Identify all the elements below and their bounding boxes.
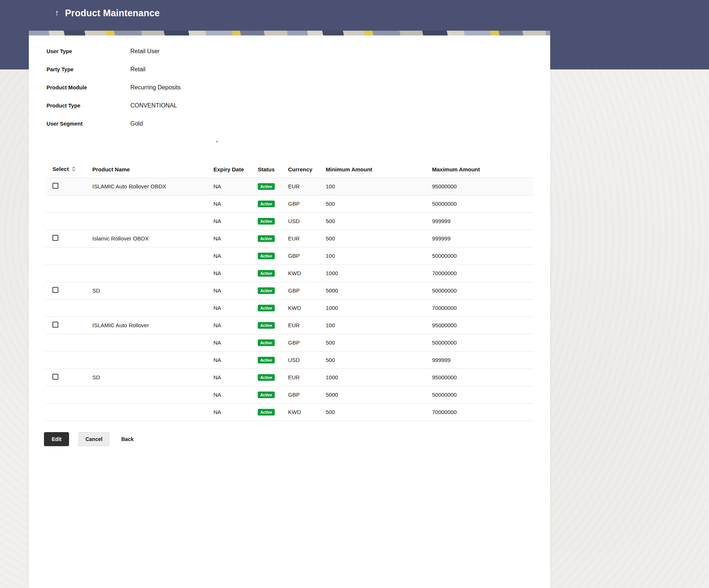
currency-cell: KWD <box>288 403 326 421</box>
currency-cell: KWD <box>288 299 326 317</box>
detail-row: User SegmentGold <box>47 120 550 139</box>
minimum-amount-cell: 100 <box>326 317 432 334</box>
status-badge: Active <box>258 270 275 277</box>
select-cell <box>46 178 92 195</box>
column-header-maximum-amount: Maximum Amount <box>432 161 533 178</box>
minimum-amount-cell: 100 <box>326 178 432 195</box>
select-cell <box>46 230 92 247</box>
table-row: SDNAActiveGBP500050000000 <box>46 282 533 299</box>
minimum-amount-cell: 1000 <box>326 264 432 282</box>
back-arrow-icon[interactable]: ↑ <box>52 8 62 18</box>
status-cell: Active <box>258 212 288 230</box>
maximum-amount-cell: 999999 <box>432 212 533 230</box>
status-badge: Active <box>258 201 275 208</box>
status-cell: Active <box>258 386 288 403</box>
product-name-cell <box>92 264 213 282</box>
table-row: NAActiveGBP50050000000 <box>46 334 533 351</box>
product-name-cell <box>92 247 213 264</box>
product-name-cell <box>92 351 213 369</box>
currency-cell: EUR <box>288 230 326 247</box>
product-name-cell: ISLAMIC Auto Rollover OBDX <box>92 178 213 195</box>
detail-value: Retail User <box>130 48 160 55</box>
expiry-date-cell: NA <box>213 369 258 386</box>
detail-label: User Type <box>47 48 130 54</box>
minimum-amount-cell: 500 <box>326 195 432 212</box>
row-select-checkbox[interactable] <box>52 183 58 189</box>
table-row: Islamic Rollover OBDXNAActiveEUR50099999… <box>46 230 533 247</box>
status-cell: Active <box>258 299 288 317</box>
expiry-date-cell: NA <box>213 264 258 282</box>
currency-cell: USD <box>288 351 326 369</box>
detail-value: CONVENTIONAL <box>130 102 177 109</box>
cancel-button[interactable]: Cancel <box>78 432 109 446</box>
table-row: NAActiveGBP50050000000 <box>46 195 533 212</box>
maximum-amount-cell: 95000000 <box>432 317 533 334</box>
edit-button[interactable]: Edit <box>44 432 69 446</box>
table-row: NAActiveKWD100070000000 <box>46 299 533 317</box>
back-button[interactable]: Back <box>116 433 138 446</box>
status-cell: Active <box>258 334 288 351</box>
table-row: SDNAActiveEUR100095000000 <box>46 369 533 386</box>
status-badge: Active <box>258 392 275 399</box>
row-select-checkbox[interactable] <box>52 287 58 293</box>
currency-cell: USD <box>288 212 326 230</box>
currency-cell: GBP <box>288 386 326 403</box>
table-row: NAActiveKWD100070000000 <box>46 264 533 282</box>
product-name-cell: SD <box>92 369 213 386</box>
maximum-amount-cell: 70000000 <box>432 299 533 317</box>
stray-dot: . <box>216 137 218 144</box>
select-cell <box>46 299 92 317</box>
currency-cell: GBP <box>288 195 326 212</box>
status-cell: Active <box>258 282 288 299</box>
column-header-select-label: Select <box>52 166 69 172</box>
product-name-cell: Islamic Rollover OBDX <box>92 230 213 247</box>
select-cell <box>46 403 92 421</box>
status-badge: Active <box>258 339 275 346</box>
detail-value: Recurring Deposits <box>130 84 181 91</box>
expiry-date-cell: NA <box>213 195 258 212</box>
maximum-amount-cell: 95000000 <box>432 369 533 386</box>
details-section: User TypeRetail UserParty TypeRetailProd… <box>47 48 550 139</box>
product-table: Select Product Name Expiry Date Status C… <box>46 161 533 421</box>
select-cell <box>46 264 92 282</box>
select-cell <box>46 212 92 230</box>
minimum-amount-cell: 500 <box>326 351 432 369</box>
action-buttons: Edit Cancel Back <box>44 432 550 446</box>
status-badge: Active <box>258 374 275 381</box>
product-name-cell <box>92 403 213 421</box>
product-name-cell <box>92 195 213 212</box>
row-select-checkbox[interactable] <box>52 374 58 380</box>
app-header: ↑ Product Maintenance <box>0 0 709 26</box>
row-select-checkbox[interactable] <box>52 322 58 328</box>
maximum-amount-cell: 50000000 <box>432 282 533 299</box>
detail-row: Product TypeCONVENTIONAL <box>47 102 550 120</box>
row-select-checkbox[interactable] <box>52 235 58 241</box>
detail-label: User Segment <box>47 121 130 127</box>
sort-icon[interactable] <box>72 166 76 173</box>
currency-cell: EUR <box>288 178 326 195</box>
status-cell: Active <box>258 369 288 386</box>
table-row: ISLAMIC Auto RolloverNAActiveEUR10095000… <box>46 317 533 334</box>
minimum-amount-cell: 500 <box>326 403 432 421</box>
select-cell <box>46 351 92 369</box>
status-badge: Active <box>258 357 275 364</box>
product-name-cell <box>92 299 213 317</box>
expiry-date-cell: NA <box>213 403 258 421</box>
currency-cell: GBP <box>288 247 326 264</box>
expiry-date-cell: NA <box>213 212 258 230</box>
maximum-amount-cell: 70000000 <box>432 403 533 421</box>
maximum-amount-cell: 999999 <box>432 351 533 369</box>
detail-row: Product ModuleRecurring Deposits <box>47 84 550 102</box>
column-header-currency: Currency <box>288 161 326 178</box>
product-name-cell <box>92 334 213 351</box>
minimum-amount-cell: 100 <box>326 247 432 264</box>
column-header-expiry-date: Expiry Date <box>213 161 258 178</box>
expiry-date-cell: NA <box>213 247 258 264</box>
table-header: Select Product Name Expiry Date Status C… <box>46 161 533 178</box>
column-header-select: Select <box>46 161 92 178</box>
maximum-amount-cell: 50000000 <box>432 334 533 351</box>
product-table-section: Select Product Name Expiry Date Status C… <box>46 161 533 421</box>
status-cell: Active <box>258 178 288 195</box>
status-badge: Active <box>258 305 275 312</box>
page-title: Product Maintenance <box>65 8 160 18</box>
